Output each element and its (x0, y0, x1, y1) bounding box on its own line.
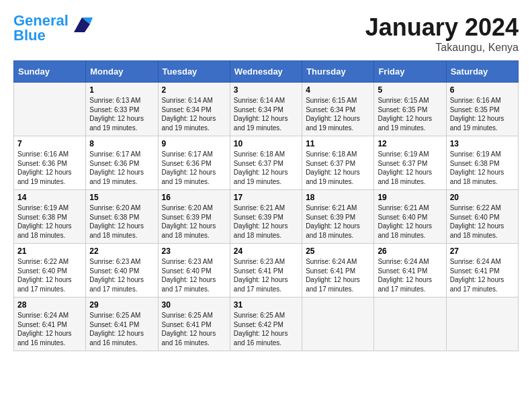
day-cell: 13Sunrise: 6:19 AMSunset: 6:38 PMDayligh… (446, 136, 518, 190)
day-info: Sunrise: 6:24 AMSunset: 6:41 PMDaylight:… (17, 311, 82, 347)
day-cell: 20Sunrise: 6:22 AMSunset: 6:40 PMDayligh… (446, 190, 518, 244)
day-number: 9 (162, 139, 226, 148)
week-row-3: 14Sunrise: 6:19 AMSunset: 6:38 PMDayligh… (14, 190, 519, 244)
day-info: Sunrise: 6:24 AMSunset: 6:41 PMDaylight:… (306, 257, 370, 293)
day-info: Sunrise: 6:15 AMSunset: 6:35 PMDaylight:… (378, 96, 442, 132)
day-cell: 30Sunrise: 6:25 AMSunset: 6:41 PMDayligh… (158, 298, 230, 351)
day-cell: 24Sunrise: 6:23 AMSunset: 6:41 PMDayligh… (230, 244, 302, 298)
day-cell: 16Sunrise: 6:20 AMSunset: 6:39 PMDayligh… (158, 190, 230, 244)
day-cell: 14Sunrise: 6:19 AMSunset: 6:38 PMDayligh… (14, 190, 86, 244)
day-number: 31 (234, 300, 298, 310)
day-number: 10 (234, 139, 298, 148)
day-number: 4 (306, 85, 370, 95)
day-cell: 26Sunrise: 6:24 AMSunset: 6:41 PMDayligh… (374, 244, 446, 298)
day-info: Sunrise: 6:14 AMSunset: 6:34 PMDaylight:… (234, 96, 298, 132)
day-info: Sunrise: 6:25 AMSunset: 6:42 PMDaylight:… (234, 311, 298, 347)
day-number: 13 (450, 139, 515, 148)
day-info: Sunrise: 6:19 AMSunset: 6:37 PMDaylight:… (378, 150, 442, 186)
day-number: 20 (450, 193, 515, 202)
day-cell: 21Sunrise: 6:22 AMSunset: 6:40 PMDayligh… (14, 244, 86, 298)
column-header-friday: Friday (374, 61, 446, 83)
day-cell (14, 83, 86, 136)
column-header-tuesday: Tuesday (158, 61, 230, 83)
day-cell: 7Sunrise: 6:16 AMSunset: 6:36 PMDaylight… (14, 136, 86, 190)
day-number: 12 (378, 139, 442, 148)
day-info: Sunrise: 6:20 AMSunset: 6:39 PMDaylight:… (162, 203, 226, 240)
day-cell: 12Sunrise: 6:19 AMSunset: 6:37 PMDayligh… (374, 136, 446, 190)
day-cell: 5Sunrise: 6:15 AMSunset: 6:35 PMDaylight… (374, 83, 446, 136)
day-info: Sunrise: 6:19 AMSunset: 6:38 PMDaylight:… (17, 203, 82, 240)
column-header-saturday: Saturday (446, 61, 518, 83)
calendar-table: SundayMondayTuesdayWednesdayThursdayFrid… (13, 60, 519, 351)
day-cell: 31Sunrise: 6:25 AMSunset: 6:42 PMDayligh… (230, 298, 302, 351)
column-header-monday: Monday (86, 61, 158, 83)
day-number: 30 (162, 300, 226, 310)
day-cell (302, 298, 374, 351)
day-cell: 15Sunrise: 6:20 AMSunset: 6:38 PMDayligh… (86, 190, 158, 244)
day-info: Sunrise: 6:24 AMSunset: 6:41 PMDaylight:… (450, 257, 515, 293)
day-info: Sunrise: 6:18 AMSunset: 6:37 PMDaylight:… (306, 150, 370, 186)
day-info: Sunrise: 6:17 AMSunset: 6:36 PMDaylight:… (162, 150, 226, 186)
day-cell: 23Sunrise: 6:23 AMSunset: 6:40 PMDayligh… (158, 244, 230, 298)
day-cell: 3Sunrise: 6:14 AMSunset: 6:34 PMDaylight… (230, 83, 302, 136)
page-header: GeneralBlue January 2024 Takaungu, Kenya (13, 13, 519, 54)
day-info: Sunrise: 6:25 AMSunset: 6:41 PMDaylight:… (162, 311, 226, 347)
day-info: Sunrise: 6:18 AMSunset: 6:37 PMDaylight:… (234, 150, 298, 186)
day-cell: 10Sunrise: 6:18 AMSunset: 6:37 PMDayligh… (230, 136, 302, 190)
day-info: Sunrise: 6:13 AMSunset: 6:33 PMDaylight:… (89, 96, 154, 132)
title-block: January 2024 Takaungu, Kenya (365, 13, 519, 54)
day-cell: 25Sunrise: 6:24 AMSunset: 6:41 PMDayligh… (302, 244, 374, 298)
day-cell: 11Sunrise: 6:18 AMSunset: 6:37 PMDayligh… (302, 136, 374, 190)
calendar-header: SundayMondayTuesdayWednesdayThursdayFrid… (14, 61, 519, 83)
day-info: Sunrise: 6:19 AMSunset: 6:38 PMDaylight:… (450, 150, 515, 186)
day-info: Sunrise: 6:24 AMSunset: 6:41 PMDaylight:… (378, 257, 442, 293)
day-cell: 27Sunrise: 6:24 AMSunset: 6:41 PMDayligh… (446, 244, 518, 298)
day-number: 28 (17, 300, 82, 310)
day-info: Sunrise: 6:21 AMSunset: 6:40 PMDaylight:… (378, 203, 442, 240)
column-header-thursday: Thursday (302, 61, 374, 83)
day-number: 24 (234, 246, 298, 256)
day-number: 1 (89, 85, 154, 95)
calendar-body: 1Sunrise: 6:13 AMSunset: 6:33 PMDaylight… (14, 83, 519, 351)
week-row-1: 1Sunrise: 6:13 AMSunset: 6:33 PMDaylight… (14, 83, 519, 136)
day-number: 15 (89, 193, 154, 202)
day-cell: 1Sunrise: 6:13 AMSunset: 6:33 PMDaylight… (86, 83, 158, 136)
week-row-4: 21Sunrise: 6:22 AMSunset: 6:40 PMDayligh… (14, 244, 519, 298)
day-info: Sunrise: 6:23 AMSunset: 6:40 PMDaylight:… (89, 257, 154, 293)
week-row-2: 7Sunrise: 6:16 AMSunset: 6:36 PMDaylight… (14, 136, 519, 190)
day-info: Sunrise: 6:16 AMSunset: 6:35 PMDaylight:… (450, 96, 515, 132)
day-cell: 17Sunrise: 6:21 AMSunset: 6:39 PMDayligh… (230, 190, 302, 244)
month-title: January 2024 (365, 13, 519, 42)
day-number: 18 (306, 193, 370, 202)
day-number: 21 (17, 246, 82, 256)
location: Takaungu, Kenya (365, 42, 519, 54)
day-info: Sunrise: 6:21 AMSunset: 6:39 PMDaylight:… (234, 203, 298, 240)
day-number: 6 (450, 85, 515, 95)
logo: GeneralBlue (13, 13, 94, 43)
day-number: 25 (306, 246, 370, 256)
day-number: 2 (162, 85, 226, 95)
week-row-5: 28Sunrise: 6:24 AMSunset: 6:41 PMDayligh… (14, 298, 519, 351)
day-number: 26 (378, 246, 442, 256)
day-number: 14 (17, 193, 82, 202)
day-number: 27 (450, 246, 515, 256)
day-info: Sunrise: 6:22 AMSunset: 6:40 PMDaylight:… (17, 257, 82, 293)
day-cell: 8Sunrise: 6:17 AMSunset: 6:36 PMDaylight… (86, 136, 158, 190)
day-number: 8 (89, 139, 154, 148)
header-row: SundayMondayTuesdayWednesdayThursdayFrid… (14, 61, 519, 83)
day-number: 19 (378, 193, 442, 202)
day-info: Sunrise: 6:17 AMSunset: 6:36 PMDaylight:… (89, 150, 154, 186)
day-info: Sunrise: 6:15 AMSunset: 6:34 PMDaylight:… (306, 96, 370, 132)
day-number: 16 (162, 193, 226, 202)
column-header-wednesday: Wednesday (230, 61, 302, 83)
day-number: 7 (17, 139, 82, 148)
day-cell: 9Sunrise: 6:17 AMSunset: 6:36 PMDaylight… (158, 136, 230, 190)
day-number: 22 (89, 246, 154, 256)
day-number: 3 (234, 85, 298, 95)
day-cell (374, 298, 446, 351)
day-info: Sunrise: 6:21 AMSunset: 6:39 PMDaylight:… (306, 203, 370, 240)
day-info: Sunrise: 6:14 AMSunset: 6:34 PMDaylight:… (162, 96, 226, 132)
day-cell: 6Sunrise: 6:16 AMSunset: 6:35 PMDaylight… (446, 83, 518, 136)
day-cell: 2Sunrise: 6:14 AMSunset: 6:34 PMDaylight… (158, 83, 230, 136)
day-number: 17 (234, 193, 298, 202)
